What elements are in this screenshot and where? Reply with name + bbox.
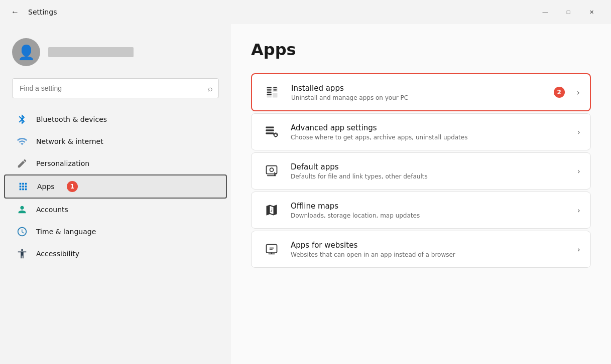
card-default-apps[interactable]: Default apps Defaults for file and link … [251, 152, 591, 190]
accessibility-icon [16, 248, 28, 260]
page-title: Apps [251, 40, 591, 59]
installed-apps-icon [262, 82, 282, 102]
offline-maps-chevron: › [577, 206, 580, 215]
advanced-app-settings-title: Advanced app settings [291, 123, 571, 132]
apps-for-websites-desc: Websites that can open in an app instead… [291, 251, 571, 258]
card-offline-maps[interactable]: Offline maps Downloads, storage location… [251, 192, 591, 229]
nav-personalization[interactable]: Personalization [4, 152, 227, 174]
svg-rect-7 [266, 129, 274, 131]
personalization-icon [16, 157, 28, 169]
svg-rect-4 [273, 87, 277, 88]
nav-apps[interactable]: Apps 1 [4, 174, 227, 199]
search-icon: ⌕ [208, 84, 213, 93]
network-icon [16, 135, 28, 147]
default-apps-icon [262, 161, 282, 181]
nav-label-personalization: Personalization [36, 159, 89, 167]
nav-bluetooth[interactable]: Bluetooth & devices [4, 108, 227, 130]
nav-label-accessibility: Accessibility [36, 250, 79, 258]
search-box: ⌕ [12, 78, 219, 98]
maximize-button[interactable]: □ [557, 4, 580, 20]
search-input[interactable] [12, 78, 219, 98]
nav-label-time: Time & language [36, 228, 96, 236]
card-advanced-app-settings[interactable]: Advanced app settings Choose where to ge… [251, 113, 591, 150]
window-controls: — □ ✕ [534, 4, 603, 20]
card-apps-for-websites[interactable]: Apps for websites Websites that can open… [251, 231, 591, 268]
nav-network[interactable]: Network & internet [4, 130, 227, 152]
svg-rect-0 [267, 87, 272, 88]
offline-maps-title: Offline maps [291, 202, 571, 211]
default-apps-desc: Defaults for file and link types, other … [291, 173, 571, 180]
apps-for-websites-title: Apps for websites [291, 241, 571, 250]
apps-for-websites-icon [262, 239, 282, 259]
avatar: 👤 [12, 38, 40, 66]
time-icon [16, 226, 28, 238]
profile-section: 👤 [0, 32, 231, 78]
offline-maps-text: Offline maps Downloads, storage location… [291, 202, 571, 219]
installed-apps-text: Installed apps Uninstall and manage apps… [291, 84, 554, 101]
svg-rect-5 [273, 89, 277, 90]
title-bar: ← Settings — □ ✕ [0, 0, 611, 24]
nav-accessibility[interactable]: Accessibility [4, 243, 227, 265]
main-layout: 👤 ⌕ Bluetooth & devices Network & intern… [0, 24, 611, 364]
back-button[interactable]: ← [8, 5, 22, 19]
app-title: Settings [28, 8, 57, 16]
title-bar-left: ← Settings [8, 5, 534, 19]
avatar-icon: 👤 [18, 44, 35, 61]
nav-label-apps: Apps [37, 183, 55, 191]
close-button[interactable]: ✕ [580, 4, 603, 20]
apps-badge: 1 [67, 181, 78, 192]
default-apps-text: Default apps Defaults for file and link … [291, 162, 571, 180]
advanced-app-settings-text: Advanced app settings Choose where to ge… [291, 123, 571, 141]
apps-for-websites-chevron: › [577, 245, 580, 254]
content-area: Apps Installed apps Uninstall and manage… [231, 24, 611, 364]
svg-rect-10 [267, 166, 277, 174]
accounts-icon [16, 204, 28, 216]
default-apps-chevron: › [577, 166, 580, 176]
apps-icon [17, 180, 29, 193]
svg-rect-3 [267, 94, 272, 95]
apps-for-websites-text: Apps for websites Websites that can open… [291, 241, 571, 258]
sidebar: 👤 ⌕ Bluetooth & devices Network & intern… [0, 24, 231, 364]
minimize-button[interactable]: — [534, 4, 557, 20]
installed-apps-badge: 2 [554, 87, 565, 98]
card-installed-apps[interactable]: Installed apps Uninstall and manage apps… [251, 73, 591, 111]
svg-rect-6 [266, 127, 274, 129]
profile-name-blur [48, 47, 134, 57]
offline-maps-icon [262, 200, 282, 220]
advanced-app-settings-desc: Choose where to get apps, archive apps, … [291, 134, 571, 141]
nav-label-bluetooth: Bluetooth & devices [36, 115, 107, 123]
svg-point-11 [270, 168, 274, 171]
nav-label-accounts: Accounts [36, 206, 68, 214]
bluetooth-icon [16, 113, 28, 125]
installed-apps-title: Installed apps [291, 84, 554, 93]
svg-rect-1 [267, 89, 272, 90]
installed-apps-chevron: › [577, 88, 580, 97]
installed-apps-desc: Uninstall and manage apps on your PC [291, 94, 554, 101]
default-apps-title: Default apps [291, 162, 571, 171]
svg-rect-8 [266, 132, 274, 134]
advanced-app-settings-icon [262, 122, 282, 142]
offline-maps-desc: Downloads, storage location, map updates [291, 212, 571, 219]
svg-rect-2 [267, 92, 272, 93]
advanced-app-settings-chevron: › [577, 127, 580, 137]
svg-rect-12 [267, 245, 277, 253]
nav-accounts[interactable]: Accounts [4, 199, 227, 221]
nav-label-network: Network & internet [36, 137, 103, 145]
nav-time[interactable]: Time & language [4, 221, 227, 243]
